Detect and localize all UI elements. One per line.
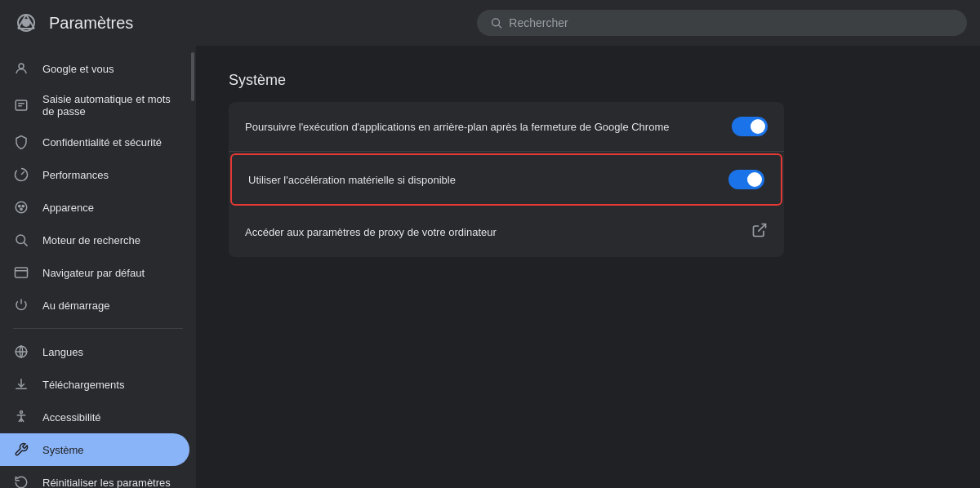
sidebar-label-appearance: Apparence [42,202,94,214]
search-icon [490,16,502,29]
svg-line-13 [24,242,27,246]
sidebar-label-downloads: Téléchargements [42,379,124,391]
chrome-logo-icon [13,10,39,36]
setting-label-hardware-acceleration: Utiliser l'accélération matérielle si di… [248,174,728,186]
search-nav-icon [13,232,29,248]
sidebar-item-google[interactable]: Google et vous [0,52,189,85]
download-icon [13,376,29,393]
sidebar-label-languages: Langues [42,346,83,358]
sidebar-item-default-browser[interactable]: Navigateur par défaut [0,256,189,289]
sidebar-item-performances[interactable]: Performances [0,158,189,191]
sidebar-label-autofill: Saisie automatique et mots de passe [42,93,176,118]
svg-point-10 [22,205,24,206]
accessibility-icon [13,409,29,425]
globe-icon [13,344,29,360]
sidebar-label-system: Système [42,444,84,456]
sidebar-label-startup: Au démarrage [42,299,109,312]
svg-point-17 [20,411,23,414]
badge-icon [13,97,29,113]
person-icon [13,60,29,77]
search-bar[interactable] [477,10,967,36]
toggle-thumb-background-apps [751,119,765,134]
toggle-thumb-hardware-acceleration [747,172,762,187]
sidebar-label-search-engine: Moteur de recherche [42,234,140,246]
toggle-hardware-acceleration[interactable] [728,170,764,189]
svg-point-9 [19,205,20,206]
wrench-icon [13,441,29,458]
content-area: Système Poursuivre l'exécution d'applica… [196,46,980,488]
sidebar-item-startup[interactable]: Au démarrage [0,289,189,322]
sidebar-label-performances: Performances [42,169,109,181]
svg-line-18 [758,224,765,232]
svg-point-11 [20,208,22,210]
external-link-icon[interactable] [751,222,768,242]
svg-point-12 [16,235,25,244]
svg-point-4 [19,64,24,69]
sidebar-label-default-browser: Navigateur par défaut [42,267,145,279]
reset-icon [13,474,29,488]
sidebar-label-privacy: Confidentialité et sécurité [42,136,162,149]
toggle-track-background-apps [732,117,768,136]
palette-icon [13,199,29,215]
sidebar-item-privacy[interactable]: Confidentialité et sécurité [0,126,189,158]
sidebar-item-downloads[interactable]: Téléchargements [0,368,189,401]
sidebar-label-reset: Réinitialiser les paramètres [42,477,171,489]
header: Paramètres [0,0,980,46]
setting-row-background-apps: Poursuivre l'exécution d'applications en… [229,102,784,152]
svg-rect-14 [16,268,28,277]
section-title: Système [229,72,947,89]
settings-card: Poursuivre l'exécution d'applications en… [229,102,784,257]
sidebar-label-google: Google et vous [42,63,114,75]
setting-row-hardware-acceleration: Utiliser l'accélération matérielle si di… [230,153,782,206]
shield-icon [13,134,29,150]
sidebar-item-autofill[interactable]: Saisie automatique et mots de passe [0,85,189,126]
sidebar-item-system[interactable]: Système [0,433,189,466]
speed-icon [13,166,29,183]
sidebar-item-search-engine[interactable]: Moteur de recherche [0,224,189,256]
search-input[interactable] [509,16,954,29]
main-layout: Google et vous Saisie automatique et mot… [0,46,980,488]
toggle-background-apps[interactable] [732,117,768,136]
scrollbar-indicator [191,52,194,101]
svg-line-3 [499,25,502,29]
browser-icon [13,264,29,281]
power-icon [13,297,29,313]
page-title: Paramètres [49,14,133,33]
sidebar-item-appearance[interactable]: Apparence [0,191,189,224]
setting-row-proxy: Accéder aux paramètres de proxy de votre… [229,207,784,257]
setting-label-background-apps: Poursuivre l'exécution d'applications en… [245,121,732,133]
setting-label-proxy: Accéder aux paramètres de proxy de votre… [245,226,751,238]
sidebar-divider [13,328,183,329]
sidebar: Google et vous Saisie automatique et mot… [0,46,196,488]
svg-point-8 [16,202,27,213]
sidebar-item-reset[interactable]: Réinitialiser les paramètres [0,466,189,488]
toggle-track-hardware-acceleration [728,170,764,189]
svg-point-2 [492,19,500,26]
sidebar-label-accessibility: Accessibilité [42,411,101,424]
sidebar-item-accessibility[interactable]: Accessibilité [0,401,189,433]
sidebar-item-languages[interactable]: Langues [0,335,189,368]
